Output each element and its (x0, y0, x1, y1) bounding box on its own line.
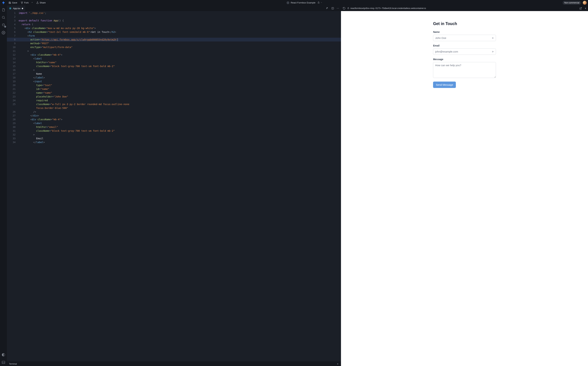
code-content (19, 15, 338, 19)
explorer-icon[interactable] (1, 8, 5, 12)
svg-point-19 (339, 8, 339, 8)
code-editor[interactable]: 1import './App.css';23export default fun… (7, 11, 341, 361)
text-cursor (118, 38, 118, 41)
code-line[interactable]: 22 name="name" (7, 91, 341, 95)
search-icon[interactable] (1, 15, 5, 19)
code-line[interactable]: 34 </label> (7, 140, 341, 144)
code-line[interactable]: focus:border-blue-500" (7, 106, 341, 110)
email-input[interactable] (433, 48, 496, 55)
code-content: name="name" (19, 91, 338, 95)
svg-point-5 (2, 16, 5, 18)
chevron-down-icon (320, 1, 322, 4)
share-icon (36, 1, 39, 4)
prettier-icon[interactable]: P (326, 7, 329, 10)
line-number: 18 (7, 76, 19, 79)
line-number: 12 (7, 53, 19, 57)
code-line[interactable]: 18 </label> (7, 76, 341, 79)
code-line[interactable]: 1import './App.css'; (7, 11, 341, 15)
code-line[interactable]: 13 <label (7, 57, 341, 61)
project-title[interactable]: React Formbox Example (291, 1, 316, 4)
line-number: 7 (7, 34, 19, 38)
preview-toolbar: reactformboxdyr6nv-miuj--5173--70dbe416.… (341, 6, 588, 11)
code-line[interactable]: 7 <form (7, 34, 341, 38)
code-content: className="block text-gray-700 text-sm f… (19, 64, 338, 68)
code-line[interactable]: 26 /> (7, 110, 341, 114)
code-line[interactable]: 27 </div> (7, 114, 341, 117)
line-number: 1 (7, 11, 19, 15)
share-button[interactable]: Share (35, 1, 47, 5)
code-line[interactable]: 5 <div className="max-w-md mx-auto py-20… (7, 26, 341, 30)
code-content: export default function App() { (19, 19, 338, 23)
code-content: encType="multipart/form-data" (19, 45, 338, 49)
name-input[interactable] (433, 35, 496, 41)
fork-icon (21, 1, 23, 4)
line-number: 21 (7, 87, 19, 91)
terminal-panel-header[interactable]: Terminal (7, 361, 341, 366)
svg-point-18 (338, 8, 338, 8)
preview-url-text: reactformboxdyr6nv-miuj--5173--70dbe416.… (350, 7, 426, 9)
svg-point-1 (22, 2, 23, 2)
svg-rect-4 (318, 2, 319, 3)
save-button[interactable]: Save (7, 1, 19, 5)
split-editor-icon[interactable] (331, 7, 334, 10)
code-line[interactable]: 14 htmlFor="name" (7, 61, 341, 64)
code-line[interactable]: 30 htmlFor="email" (7, 125, 341, 129)
svg-point-2 (22, 3, 22, 4)
code-line[interactable]: 33 Email (7, 137, 341, 140)
reload-icon[interactable] (343, 7, 346, 10)
code-line[interactable]: 23 placeholder="John Doe" (7, 95, 341, 99)
code-line[interactable]: 4 return ( (7, 23, 341, 26)
code-line[interactable]: 9 method="POST" (7, 41, 341, 45)
project-status-icon (286, 1, 289, 4)
preview-url[interactable]: reactformboxdyr6nv-miuj--5173--70dbe416.… (347, 7, 578, 10)
code-line[interactable]: 21 id="name" (7, 87, 341, 91)
chevron-down-icon (31, 1, 33, 4)
user-avatar[interactable] (583, 1, 587, 5)
code-content: htmlFor="name" (19, 61, 338, 64)
settings-icon[interactable] (1, 31, 5, 35)
code-line[interactable]: 24 required (7, 99, 341, 102)
more-actions-icon[interactable] (337, 7, 339, 10)
code-line[interactable]: 15 className="block text-gray-700 text-s… (7, 64, 341, 68)
line-number: 8 (7, 38, 19, 41)
message-textarea[interactable] (433, 62, 496, 78)
fork-dropdown-button[interactable] (30, 1, 34, 5)
submit-button[interactable]: Send Message (433, 82, 456, 88)
code-line[interactable]: 20 type="text" (7, 83, 341, 87)
code-line[interactable]: 19 <input (7, 79, 341, 83)
fork-button[interactable]: Fork (19, 1, 30, 5)
open-in-new-icon[interactable] (579, 7, 582, 10)
code-line[interactable]: 28 <div className="mb-4"> (7, 117, 341, 121)
line-number: 3 (7, 19, 19, 23)
theme-toggle-icon[interactable] (1, 353, 5, 357)
stackblitz-logo-icon[interactable] (1, 1, 6, 5)
code-content: <div className="mb-4"> (19, 117, 338, 121)
line-number: 30 (7, 125, 19, 129)
code-content: </label> (19, 140, 338, 144)
code-line[interactable]: 16 > (7, 68, 341, 72)
code-line[interactable]: 10 encType="multipart/form-data" (7, 45, 341, 49)
code-line[interactable]: 32 > (7, 133, 341, 137)
add-terminal-icon[interactable] (337, 363, 339, 365)
panel-layout-icon[interactable] (1, 360, 5, 364)
tab-app-tsx[interactable]: App.tsx (7, 6, 25, 11)
visibility-button[interactable] (317, 1, 323, 5)
code-line[interactable]: 8 action="https://api.formbox.app/s/clw9… (7, 38, 341, 41)
workspace: 1 App.tsx P (0, 6, 588, 366)
expand-sidebar-icon[interactable] (584, 7, 586, 10)
code-line[interactable]: 17 Name (7, 72, 341, 76)
code-line[interactable]: 2 (7, 15, 341, 19)
line-number: 9 (7, 41, 19, 45)
code-line[interactable]: 25 className="w-full px-3 py-2 border ro… (7, 102, 341, 106)
code-line[interactable]: 12 <div className="mb-4"> (7, 53, 341, 57)
code-line[interactable]: 29 <label (7, 121, 341, 125)
line-number: 17 (7, 72, 19, 76)
lock-open-icon (317, 1, 320, 4)
ports-icon[interactable]: 1 (1, 23, 5, 27)
line-number: 14 (7, 61, 19, 64)
code-line[interactable]: 11 > (7, 49, 341, 53)
code-line[interactable]: 31 className="block text-gray-700 text-s… (7, 129, 341, 133)
code-line[interactable]: 6 <h2 className="text-2xl font-semibold … (7, 30, 341, 34)
code-line[interactable]: 3export default function App() { (7, 19, 341, 23)
code-content: htmlFor="email" (19, 125, 338, 129)
